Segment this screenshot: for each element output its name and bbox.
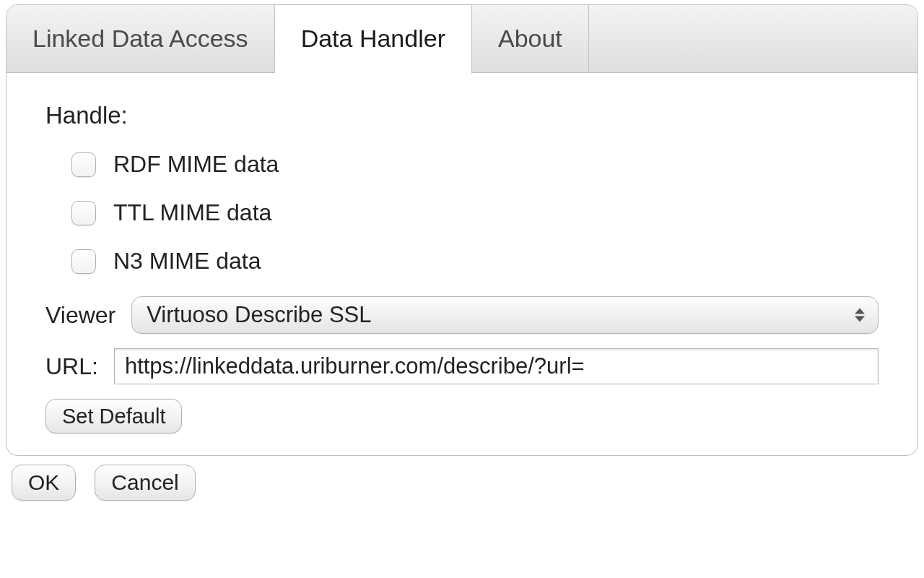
tab-data-handler[interactable]: Data Handler: [275, 5, 472, 74]
tab-about[interactable]: About: [472, 5, 589, 72]
checkbox-label: TTL MIME data: [113, 199, 271, 226]
viewer-row: Viewer Virtuoso Describe SSL: [45, 296, 879, 334]
dialog-footer: OK Cancel: [6, 465, 918, 501]
url-input-value: https://linkeddata.uriburner.com/describ…: [125, 353, 585, 379]
url-input[interactable]: https://linkeddata.uriburner.com/describ…: [114, 348, 879, 384]
tab-bar: Linked Data Access Data Handler About: [6, 5, 918, 73]
url-row: URL: https://linkeddata.uriburner.com/de…: [45, 348, 879, 384]
tab-content-data-handler: Handle: RDF MIME data TTL MIME data N3 M…: [6, 73, 918, 455]
set-default-button[interactable]: Set Default: [45, 399, 182, 434]
url-label: URL:: [45, 353, 98, 380]
checkbox-label: N3 MIME data: [113, 248, 261, 275]
viewer-select-value: Virtuoso Describe SSL: [147, 302, 371, 328]
option-ttl-mime[interactable]: TTL MIME data: [71, 199, 879, 226]
ok-button[interactable]: OK: [12, 465, 76, 501]
tab-filler: [589, 5, 918, 72]
handle-options: RDF MIME data TTL MIME data N3 MIME data: [71, 151, 879, 275]
tab-linked-data-access[interactable]: Linked Data Access: [6, 5, 275, 72]
cancel-button[interactable]: Cancel: [95, 465, 195, 501]
settings-panel: Linked Data Access Data Handler About Ha…: [6, 4, 918, 456]
checkbox-ttl-mime[interactable]: [71, 201, 96, 225]
checkbox-n3-mime[interactable]: [71, 249, 96, 274]
viewer-label: Viewer: [45, 302, 116, 329]
option-n3-mime[interactable]: N3 MIME data: [71, 248, 879, 275]
viewer-select[interactable]: Virtuoso Describe SSL: [131, 296, 879, 334]
updown-caret-icon: [855, 309, 865, 322]
option-rdf-mime[interactable]: RDF MIME data: [71, 151, 879, 178]
checkbox-rdf-mime[interactable]: [71, 152, 96, 177]
handle-section-label: Handle:: [45, 102, 879, 129]
checkbox-label: RDF MIME data: [113, 151, 279, 178]
